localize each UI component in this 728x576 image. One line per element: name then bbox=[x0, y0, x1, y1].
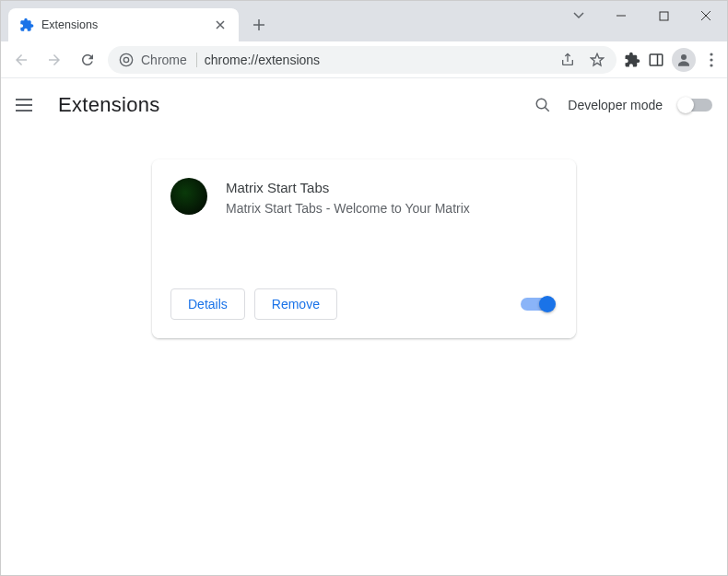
tab-dropdown-icon[interactable] bbox=[558, 1, 600, 30]
extension-card: Matrix Start Tabs Matrix Start Tabs - We… bbox=[152, 159, 576, 338]
extension-name: Matrix Start Tabs bbox=[226, 180, 558, 195]
share-icon[interactable] bbox=[559, 52, 576, 68]
svg-rect-3 bbox=[650, 54, 663, 65]
tab-title: Extensions bbox=[41, 18, 205, 31]
browser-toolbar: Chrome chrome://extensions bbox=[1, 41, 727, 78]
svg-line-10 bbox=[546, 107, 550, 112]
page-title: Extensions bbox=[58, 93, 160, 117]
chrome-icon bbox=[119, 53, 134, 67]
svg-point-9 bbox=[537, 99, 547, 109]
profile-avatar[interactable] bbox=[672, 48, 696, 72]
developer-mode-toggle[interactable] bbox=[679, 99, 712, 112]
window-titlebar: Extensions bbox=[1, 1, 727, 41]
maximize-button[interactable] bbox=[642, 1, 685, 30]
toggle-knob bbox=[539, 296, 556, 312]
omnibox-origin-label: Chrome bbox=[141, 53, 197, 67]
search-icon[interactable] bbox=[534, 97, 551, 113]
back-button[interactable] bbox=[8, 47, 34, 73]
developer-mode-label: Developer mode bbox=[568, 98, 663, 112]
svg-point-6 bbox=[710, 53, 712, 55]
close-window-button[interactable] bbox=[685, 1, 727, 30]
remove-button[interactable]: Remove bbox=[254, 288, 337, 320]
reload-button[interactable] bbox=[75, 47, 100, 73]
puzzle-icon bbox=[19, 18, 34, 32]
svg-rect-0 bbox=[660, 12, 668, 20]
page-header: Extensions Developer mode bbox=[1, 78, 727, 132]
extension-enable-toggle[interactable] bbox=[521, 298, 554, 311]
kebab-menu-icon[interactable] bbox=[703, 52, 720, 68]
forward-button[interactable] bbox=[41, 47, 67, 73]
svg-point-7 bbox=[710, 58, 712, 61]
svg-point-1 bbox=[120, 53, 132, 65]
extension-description: Matrix Start Tabs - Welcome to Your Matr… bbox=[226, 201, 558, 216]
svg-point-5 bbox=[681, 54, 687, 60]
svg-point-2 bbox=[123, 57, 128, 62]
bookmark-icon[interactable] bbox=[589, 52, 605, 68]
content-area: Matrix Start Tabs Matrix Start Tabs - We… bbox=[1, 132, 727, 366]
side-panel-icon[interactable] bbox=[648, 52, 664, 68]
browser-tab[interactable]: Extensions bbox=[8, 8, 239, 41]
close-tab-button[interactable] bbox=[213, 18, 228, 32]
minimize-button[interactable] bbox=[600, 1, 642, 30]
svg-point-8 bbox=[710, 64, 712, 66]
new-tab-button[interactable] bbox=[246, 12, 272, 38]
extension-icon bbox=[170, 178, 207, 215]
address-bar[interactable]: Chrome chrome://extensions bbox=[108, 46, 616, 74]
toggle-knob bbox=[677, 97, 694, 113]
omnibox-url: chrome://extensions bbox=[205, 53, 552, 67]
hamburger-menu-button[interactable] bbox=[16, 94, 38, 116]
details-button[interactable]: Details bbox=[170, 288, 245, 320]
extensions-icon[interactable] bbox=[624, 52, 640, 68]
